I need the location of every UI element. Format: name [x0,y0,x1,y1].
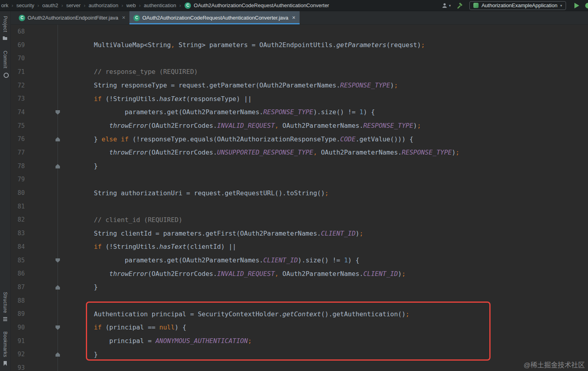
sidebar-item-commit[interactable]: Commit [2,46,8,82]
line-number[interactable]: 78 [11,163,25,170]
code-text[interactable]: String authorizationUri = request.getReq… [63,189,329,197]
code-line[interactable]: 71 // response_type (REQUIRED) [11,65,588,79]
fold-end-icon[interactable] [25,159,63,173]
line-number[interactable]: 91 [11,337,25,345]
code-line[interactable]: 90 if (principal == null) { [11,321,588,334]
code-line[interactable]: 78 } [11,159,588,173]
code-text[interactable]: throwError(OAuth2ErrorCodes.INVALID_REQU… [63,270,405,278]
run-button[interactable] [574,3,579,8]
code-text[interactable]: parameters.get(OAuth2ParameterNames.RESP… [63,108,375,116]
code-line[interactable]: 80 String authorizationUri = request.get… [11,186,588,200]
debug-icon[interactable] [585,2,588,9]
code-line[interactable]: 77 throwError(OAuth2ErrorCodes.UNSUPPORT… [11,146,588,159]
line-number[interactable]: 88 [11,297,25,304]
breadcrumb-item[interactable]: authorization [88,2,119,8]
code-line[interactable]: 85 parameters.get(OAuth2ParameterNames.C… [11,254,588,267]
line-number[interactable]: 85 [11,257,25,264]
code-text[interactable]: } else if (!responseType.equals(OAuth2Au… [63,135,413,143]
code-text[interactable]: } [63,283,98,291]
code-line[interactable]: 92 } [11,348,588,361]
close-icon[interactable]: ✕ [292,15,296,20]
code-text[interactable]: MultiValueMap<String, String> parameters… [63,41,425,49]
breadcrumb-item[interactable]: web [126,2,136,8]
line-number[interactable]: 84 [11,243,25,250]
code-text[interactable]: } [63,162,98,170]
users-button[interactable]: ▾ [441,2,451,9]
code-text[interactable]: principal = ANONYMOUS_AUTHENTICATION; [63,337,252,345]
line-number[interactable]: 69 [11,42,25,49]
fold-end-icon[interactable] [25,280,63,294]
code-line[interactable]: 70 [11,52,588,65]
code-text[interactable]: String clientId = parameters.getFirst(OA… [63,230,363,237]
code-line[interactable]: 68 [11,25,588,38]
breadcrumb-item[interactable]: oauth2 [42,2,59,8]
line-number[interactable]: 73 [11,95,25,102]
line-number[interactable]: 93 [11,364,25,371]
code-text[interactable]: throwError(OAuth2ErrorCodes.INVALID_REQU… [63,122,421,129]
sidebar-item-bookmarks[interactable]: Bookmarks [2,327,8,371]
line-number[interactable]: 81 [11,203,25,210]
line-number[interactable]: 87 [11,284,25,291]
code-line[interactable]: 72 String responseType = request.getPara… [11,79,588,92]
build-button[interactable] [457,2,463,9]
breadcrumb-item[interactable]: server [66,2,81,8]
code-line[interactable]: 79 [11,173,588,186]
line-number[interactable]: 90 [11,324,25,331]
code-line[interactable]: 75 throwError(OAuth2ErrorCodes.INVALID_R… [11,119,588,133]
line-number[interactable]: 80 [11,189,25,196]
code-line[interactable]: 91 principal = ANONYMOUS_AUTHENTICATION; [11,334,588,348]
code-line[interactable]: 73 if (!StringUtils.hasText(responseType… [11,92,588,105]
sidebar-item-project[interactable]: Project [2,11,8,46]
code-line[interactable]: 88 [11,294,588,308]
fold-end-icon[interactable] [25,133,63,146]
code-text[interactable]: String responseType = request.getParamet… [63,81,398,89]
sidebar-item-structure[interactable]: Structure [2,287,8,327]
run-config-selector[interactable]: AuthorizationExampleApplication ▾ [469,1,566,10]
editor-tab[interactable]: COAuth2AuthorizationEndpointFilter.java✕ [15,11,129,24]
code-line[interactable]: 83 String clientId = parameters.getFirst… [11,226,588,240]
fold-start-icon[interactable] [25,321,63,334]
code-text[interactable]: parameters.get(OAuth2ParameterNames.CLIE… [63,256,360,264]
line-number[interactable]: 75 [11,122,25,129]
code-line[interactable]: 76 } else if (!responseType.equals(OAuth… [11,133,588,146]
breadcrumb-item[interactable]: ork [1,2,9,8]
code-text[interactable]: } [63,351,98,358]
editor-tab[interactable]: COAuth2AuthorizationCodeRequestAuthentic… [129,11,300,24]
line-number[interactable]: 89 [11,310,25,317]
line-number[interactable]: 70 [11,55,25,62]
line-number[interactable]: 77 [11,149,25,156]
breadcrumb-item[interactable]: security [16,2,35,8]
line-number[interactable]: 82 [11,216,25,223]
code-text[interactable]: if (principal == null) { [63,323,186,331]
code-line[interactable]: 87 } [11,280,588,294]
code-line[interactable]: 93 [11,361,588,371]
code-line[interactable]: 89 Authentication principal = SecurityCo… [11,307,588,321]
code-text[interactable]: // response_type (REQUIRED) [63,68,198,75]
breadcrumb-item[interactable]: OAuth2AuthorizationCodeRequestAuthentica… [193,2,330,8]
line-number[interactable]: 72 [11,82,25,89]
code-line[interactable]: 81 [11,200,588,213]
code-line[interactable]: 74 parameters.get(OAuth2ParameterNames.R… [11,105,588,119]
code-text[interactable]: if (!StringUtils.hasText(responseType) |… [63,95,252,103]
line-number[interactable]: 86 [11,270,25,277]
code-line[interactable]: 86 throwError(OAuth2ErrorCodes.INVALID_R… [11,267,588,280]
code-line[interactable]: 84 if (!StringUtils.hasText(clientId) || [11,240,588,254]
fold-end-icon[interactable] [25,348,63,361]
code-line[interactable]: 69 MultiValueMap<String, String> paramet… [11,38,588,52]
line-number[interactable]: 74 [11,109,25,116]
line-number[interactable]: 92 [11,351,25,358]
line-number[interactable]: 76 [11,135,25,143]
code-text[interactable]: if (!StringUtils.hasText(clientId) || [63,243,236,250]
line-number[interactable]: 71 [11,68,25,75]
fold-start-icon[interactable] [25,254,63,267]
code-editor[interactable]: 6869 MultiValueMap<String, String> param… [11,25,588,371]
line-number[interactable]: 83 [11,230,25,237]
line-number[interactable]: 68 [11,28,25,35]
code-text[interactable]: // client_id (REQUIRED) [63,216,183,224]
close-icon[interactable]: ✕ [122,15,125,20]
breadcrumb-item[interactable]: authentication [143,2,177,8]
code-text[interactable]: Authentication principal = SecurityConte… [63,310,409,318]
fold-start-icon[interactable] [25,105,63,119]
line-number[interactable]: 79 [11,176,25,183]
code-text[interactable]: throwError(OAuth2ErrorCodes.UNSUPPORTED_… [63,149,459,156]
